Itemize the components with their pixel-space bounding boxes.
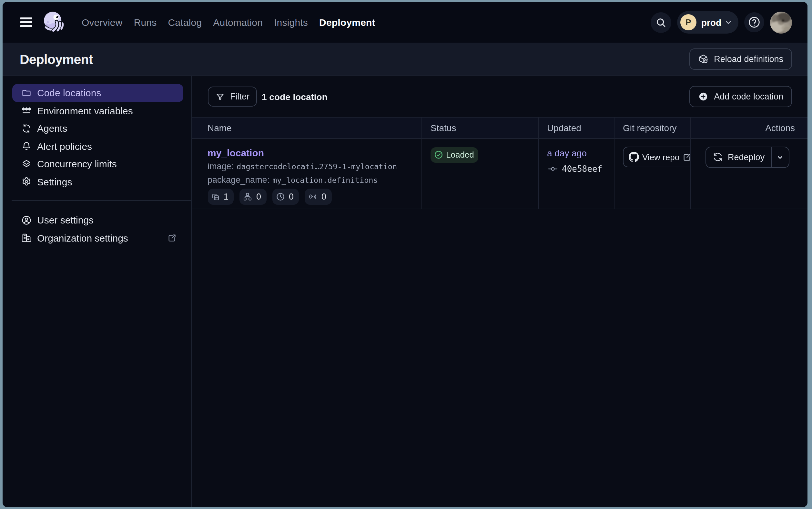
cell-updated: a day ago 40e58eef (538, 139, 614, 209)
reload-definitions-button[interactable]: Reload definitions (689, 48, 792, 70)
view-repo-button[interactable]: View repo (623, 147, 690, 167)
chevron-down-icon (723, 18, 733, 27)
sidebar-item-label: Code locations (37, 88, 101, 99)
code-location-row: my_location image: dagstercodelocati…275… (191, 139, 807, 209)
nav-item-overview[interactable]: Overview (82, 17, 123, 28)
sidebar-item-label: Alert policies (37, 141, 92, 152)
user-avatar[interactable] (770, 11, 792, 33)
chevron-down-icon (775, 152, 785, 162)
sidebar-item-alert-policies[interactable]: Alert policies (12, 137, 183, 155)
sensors-count-chip[interactable]: 0 (305, 189, 331, 205)
primary-nav: Overview Runs Catalog Automation Insight… (82, 17, 375, 28)
package-value: my_location.definitions (272, 176, 378, 185)
image-label: image: (208, 162, 234, 171)
nav-item-automation[interactable]: Automation (213, 17, 263, 28)
plus-circle-icon (698, 91, 709, 102)
assets-count-chip[interactable]: 1 (208, 189, 234, 205)
env-variables-icon (21, 106, 31, 116)
cell-name: my_location image: dagstercodelocati…275… (191, 139, 421, 209)
commit-hash[interactable]: 40e58eef (562, 164, 602, 174)
updated-timestamp[interactable]: a day ago (547, 147, 614, 160)
reload-definitions-label: Reload definitions (714, 54, 783, 64)
deployment-switcher[interactable]: P prod (677, 11, 738, 34)
redeploy-icon (713, 152, 723, 163)
definition-counts: 1 0 (208, 189, 421, 205)
clock-icon (275, 192, 285, 202)
code-location-count: 1 code location (262, 92, 328, 102)
column-header-actions: Actions (690, 117, 807, 138)
cell-status: Loaded (421, 139, 538, 209)
table-header: Name Status Updated Git repository Actio… (191, 117, 807, 139)
sidebar-item-settings[interactable]: Settings (12, 173, 183, 191)
sensors-count: 0 (322, 192, 326, 202)
user-avatar-image (770, 11, 792, 33)
package-line: package_name: my_location.definitions (208, 173, 421, 187)
schedules-count-chip[interactable]: 0 (272, 189, 299, 205)
cell-git-repository: View repo (614, 139, 690, 209)
nav-item-runs[interactable]: Runs (134, 17, 157, 28)
code-location-link[interactable]: my_location (208, 147, 421, 160)
help-button[interactable] (744, 12, 764, 32)
check-circle-icon (434, 150, 443, 160)
sidebar-item-code-locations[interactable]: Code locations (12, 84, 183, 102)
assets-count: 1 (224, 192, 228, 202)
folder-icon (21, 88, 31, 98)
commit-line: 40e58eef (547, 163, 614, 174)
github-icon (629, 152, 639, 162)
cell-actions: Redeploy (690, 139, 807, 209)
navbar-right: P prod (651, 11, 792, 34)
sidebar-item-label: Agents (37, 123, 67, 134)
jobs-icon (243, 192, 252, 202)
column-header-name: Name (191, 117, 421, 138)
filter-button[interactable]: Filter (208, 87, 257, 107)
add-code-location-label: Add code location (714, 92, 783, 101)
layers-icon (21, 159, 31, 169)
dagster-logo-icon[interactable] (41, 9, 66, 35)
sidebar-item-label: Organization settings (37, 233, 128, 243)
user-circle-icon (21, 215, 31, 226)
image-value: dagstercodelocati…2759-1-mylocation (236, 162, 397, 171)
git-commit-icon (547, 163, 558, 174)
nav-item-catalog[interactable]: Catalog (168, 17, 202, 28)
agents-icon (21, 123, 31, 134)
menu-icon[interactable] (20, 18, 32, 27)
view-repo-label: View repo (642, 152, 679, 162)
status-label: Loaded (446, 150, 474, 160)
sidebar-item-user-settings[interactable]: User settings (12, 211, 183, 229)
top-navbar: Overview Runs Catalog Automation Insight… (2, 2, 807, 43)
stage: Overview Runs Catalog Automation Insight… (0, 0, 812, 509)
redeploy-button[interactable]: Redeploy (706, 147, 771, 167)
sidebar-item-label: Environment variables (37, 105, 133, 116)
redeploy-label: Redeploy (728, 152, 765, 162)
deployment-name: prod (701, 17, 721, 28)
redeploy-split-button: Redeploy (706, 147, 789, 168)
nav-item-deployment[interactable]: Deployment (319, 17, 375, 28)
filter-icon (215, 92, 225, 102)
jobs-count-chip[interactable]: 0 (239, 189, 266, 205)
sidebar-item-organization-settings[interactable]: Organization settings (12, 229, 183, 247)
sensor-icon (308, 192, 318, 202)
main-content: Filter 1 code location Add code location… (191, 76, 807, 507)
code-locations-toolbar: Filter 1 code location Add code location (191, 76, 807, 117)
sidebar-divider (11, 200, 191, 201)
column-header-status: Status (421, 117, 538, 138)
sidebar-item-label: Concurrency limits (37, 159, 117, 170)
assets-icon (211, 192, 220, 201)
package-label: package_name: (208, 175, 269, 185)
column-header-git-repository: Git repository (614, 117, 690, 138)
jobs-count: 0 (256, 192, 261, 202)
app-window: Overview Runs Catalog Automation Insight… (2, 2, 807, 507)
sidebar-item-agents[interactable]: Agents (12, 120, 183, 137)
sidebar-item-label: Settings (37, 176, 72, 187)
deployment-avatar: P (680, 14, 697, 30)
sidebar-item-concurrency-limits[interactable]: Concurrency limits (12, 155, 183, 173)
add-code-location-button[interactable]: Add code location (689, 86, 792, 107)
page-title: Deployment (20, 52, 93, 67)
sidebar-item-environment-variables[interactable]: Environment variables (12, 102, 183, 120)
nav-item-insights[interactable]: Insights (274, 17, 308, 28)
sidebar-item-label: User settings (37, 215, 94, 226)
gear-icon (21, 177, 31, 187)
search-button[interactable] (651, 12, 672, 33)
code-locations-table: Name Status Updated Git repository Actio… (191, 117, 807, 507)
redeploy-menu-button[interactable] (771, 147, 788, 167)
